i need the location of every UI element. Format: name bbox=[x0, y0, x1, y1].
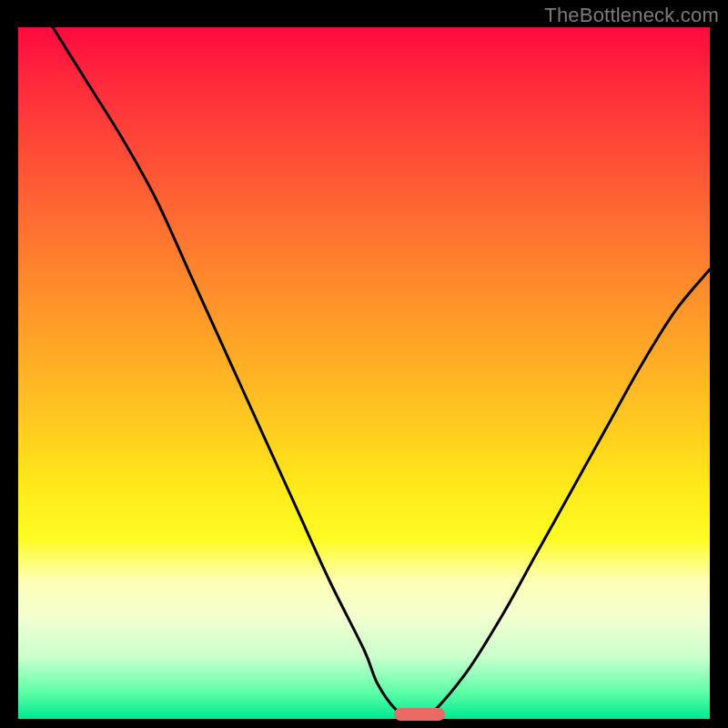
watermark-text: TheBottleneck.com bbox=[544, 4, 719, 27]
bottleneck-curve bbox=[18, 27, 710, 719]
optimal-point-marker bbox=[394, 708, 445, 721]
plot-area bbox=[18, 27, 710, 719]
chart-frame: TheBottleneck.com bbox=[0, 0, 728, 728]
